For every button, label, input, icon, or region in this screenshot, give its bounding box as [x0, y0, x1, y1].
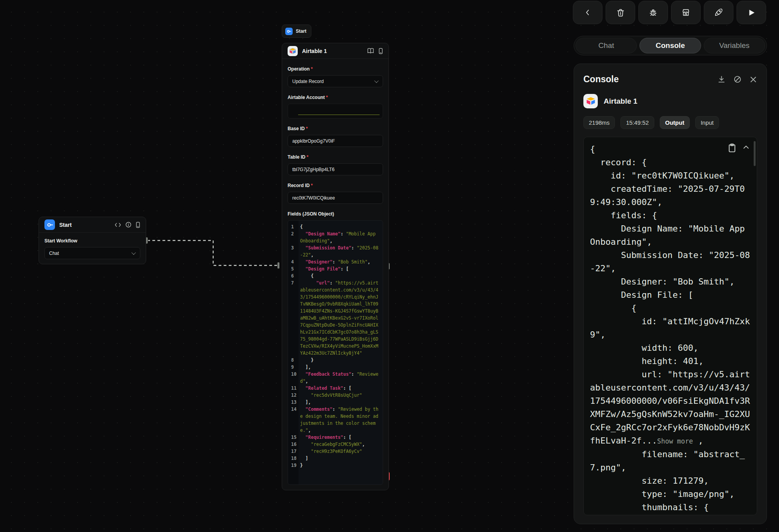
code-line-content: "url": "https://v5.airtableusercontent.c…: [299, 279, 383, 357]
chevron-down-icon: [374, 78, 378, 83]
line-number: 14: [288, 406, 299, 434]
table-id-label: Table ID*: [288, 154, 383, 160]
line-number: 10: [288, 371, 299, 385]
code-line[interactable]: 17 "recH9z3PeKOfA6yCv": [288, 448, 383, 455]
start-node-header[interactable]: Start: [39, 217, 146, 233]
table-id-value: tbl7G7jZgHpBp4LT6: [292, 167, 335, 172]
delete-button[interactable]: [606, 1, 635, 24]
line-number: 19: [288, 462, 299, 469]
code-line[interactable]: 10 "Feedback Status": "Reviewed",: [288, 371, 383, 385]
record-id-input[interactable]: rec0tK7W0ICQikuee: [288, 192, 383, 204]
download-icon[interactable]: [717, 75, 726, 83]
code-line[interactable]: 1{: [288, 223, 383, 230]
code-line-content: ],: [299, 364, 383, 371]
code-line[interactable]: 13 ],: [288, 399, 383, 406]
airtable-node-input-handle[interactable]: [277, 262, 280, 269]
console-node-row: Airtable 1: [583, 94, 757, 108]
code-line[interactable]: 15 "Requirements": [: [288, 434, 383, 441]
airtable-node-header[interactable]: Airtable 1: [282, 43, 389, 59]
code-line-content: "Design File": [: [299, 265, 383, 272]
close-icon[interactable]: [749, 76, 757, 83]
mobile-icon[interactable]: [136, 222, 140, 228]
code-line[interactable]: 7 "url": "https://v5.airtableusercontent…: [288, 279, 383, 357]
deploy-button[interactable]: [704, 1, 733, 24]
output-scrollbar[interactable]: [754, 141, 756, 166]
collapse-chevron-up-icon[interactable]: [742, 143, 750, 151]
back-button[interactable]: [573, 1, 602, 24]
console-panel: Console Airtable 1 2198ms 15:49:52 Outpu…: [574, 64, 767, 524]
start-workflow-label: Start Workflow: [44, 238, 140, 244]
tab-variables[interactable]: Variables: [704, 38, 765, 53]
connection-edge[interactable]: [144, 236, 281, 270]
console-output-block[interactable]: { record: { id: "rec0tK7W0ICQikuee", cre…: [583, 137, 757, 515]
workflow-canvas[interactable]: { "toolbar": { "buttons": [ { "name": "b…: [0, 0, 779, 532]
line-number: 11: [288, 385, 299, 392]
start-workflow-select[interactable]: Chat: [44, 247, 140, 259]
code-line[interactable]: 2 "Design Name": "Mobile App Onboarding"…: [288, 230, 383, 244]
start-breadcrumb-chip[interactable]: Start: [282, 25, 311, 38]
show-more-link[interactable]: Show more: [657, 437, 693, 445]
required-asterisk: *: [311, 183, 313, 188]
code-line[interactable]: 19}: [288, 462, 383, 469]
code-line[interactable]: 5 "Design File": [: [288, 265, 383, 272]
base-id-input[interactable]: appklbrOpoGg7V0iF: [288, 135, 383, 147]
timestamp-badge: 15:49:52: [620, 116, 654, 129]
info-icon[interactable]: [125, 222, 131, 228]
code-line[interactable]: 11 "Related Task": [: [288, 385, 383, 392]
airtable-node[interactable]: Airtable 1 Operation* Update Record Airt…: [282, 43, 389, 490]
input-tab-badge[interactable]: Input: [695, 116, 719, 129]
line-number: 8: [288, 357, 299, 364]
line-number: 9: [288, 364, 299, 371]
code-line-content: "Designer": "Bob Smith",: [299, 258, 383, 265]
output-tab-badge[interactable]: Output: [660, 116, 690, 129]
code-line-content: {: [299, 272, 383, 279]
required-asterisk: *: [326, 95, 328, 100]
fields-json-code-editor[interactable]: 1{2 "Design Name": "Mobile App Onboardin…: [288, 220, 383, 485]
airtable-account-field[interactable]: [288, 104, 383, 118]
line-number: 18: [288, 455, 299, 462]
table-id-input[interactable]: tbl7G7jZgHpBp4LT6: [288, 163, 383, 175]
start-node[interactable]: Start Start Workflow Chat: [39, 217, 146, 264]
code-line[interactable]: 6 {: [288, 272, 383, 279]
code-line[interactable]: 8 }: [288, 357, 383, 364]
airtable-logo-icon: [288, 46, 298, 56]
base-id-value: appklbrOpoGg7V0iF: [292, 138, 335, 144]
code-line[interactable]: 18 ]: [288, 455, 383, 462]
code-line[interactable]: 3 "Submission Date": "2025-08-22",: [288, 244, 383, 258]
code-line[interactable]: 4 "Designer": "Bob Smith",: [288, 258, 383, 265]
rocket-icon: [714, 8, 723, 17]
code-line[interactable]: 16 "recaGebgFzCMC5yWX",: [288, 441, 383, 448]
console-meta-row: 2198ms 15:49:52 Output Input: [583, 116, 757, 129]
debug-button[interactable]: [638, 1, 668, 24]
start-node-icon: [44, 219, 55, 230]
chevron-left-icon: [584, 9, 592, 16]
run-button[interactable]: [737, 1, 766, 24]
marketplace-button[interactable]: [671, 1, 701, 24]
copy-clipboard-icon[interactable]: [728, 143, 736, 152]
clear-console-icon[interactable]: [733, 75, 742, 83]
operation-select[interactable]: Update Record: [288, 75, 383, 87]
tab-chat[interactable]: Chat: [576, 38, 637, 53]
line-number: 2: [288, 230, 299, 244]
output-text: { record: { id: "rec0tK7W0ICQikuee", cre…: [590, 144, 750, 445]
required-asterisk: *: [306, 126, 308, 131]
line-number: 1: [288, 223, 299, 230]
mobile-icon[interactable]: [378, 48, 383, 54]
start-chip-label: Start: [296, 28, 306, 34]
code-line[interactable]: 14 "Comments": "Reviewed by the design t…: [288, 406, 383, 434]
tab-console[interactable]: Console: [639, 38, 701, 53]
code-line[interactable]: 12 "rec5dvVtR8sUqCjur": [288, 392, 383, 399]
operation-value: Update Record: [292, 79, 324, 84]
required-asterisk: *: [311, 66, 313, 72]
code-line-content: }: [299, 462, 383, 469]
code-line[interactable]: 9 ],: [288, 364, 383, 371]
docs-book-icon[interactable]: [367, 48, 374, 54]
expression-underline: [298, 115, 380, 115]
fields-json-label: Fields (JSON Object): [288, 211, 383, 217]
code-line-content: "Feedback Status": "Reviewed",: [299, 371, 383, 385]
base-id-label: Base ID*: [288, 126, 383, 131]
line-number: 17: [288, 448, 299, 455]
store-icon: [682, 8, 690, 17]
line-number: 6: [288, 272, 299, 279]
code-icon[interactable]: [115, 222, 121, 228]
